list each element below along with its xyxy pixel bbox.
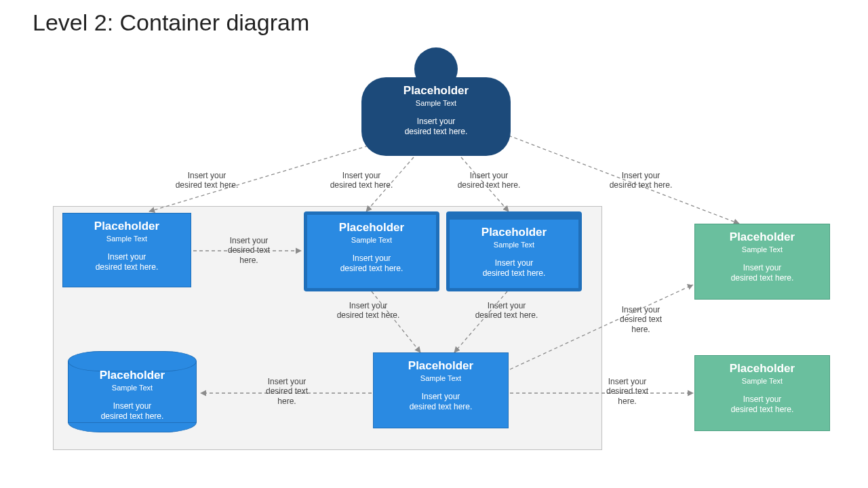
node-title: Placeholder: [703, 363, 821, 375]
node-subtitle: Sample Text: [361, 99, 511, 107]
external-system-1: Placeholder Sample Text Insert yourdesir…: [694, 224, 830, 300]
person-body: Placeholder Sample Text Insert yourdesir…: [361, 77, 511, 156]
container-web-app: Placeholder Sample Text Insert yourdesir…: [62, 213, 191, 287]
node-title: Placeholder: [76, 369, 189, 382]
node-subtitle: Sample Text: [703, 245, 821, 253]
node-subtitle: Sample Text: [71, 235, 182, 243]
edge-label: Insert yourdesired texthere.: [250, 377, 324, 406]
edge-label: Insert yourdesired text here.: [469, 301, 544, 321]
node-body: Insert yourdesired text here.: [703, 394, 821, 415]
node-title: Placeholder: [315, 222, 428, 235]
node-body: Insert yourdesired text here.: [315, 253, 428, 274]
node-subtitle: Sample Text: [382, 374, 500, 382]
edge-label: Insert yourdesired texthere.: [212, 236, 286, 265]
node-title: Placeholder: [71, 220, 182, 233]
node-title: Placeholder: [382, 360, 500, 373]
edge-label: Insert yourdesired texthere.: [590, 377, 665, 406]
node-body: Insert yourdesired text here.: [703, 263, 821, 283]
edge-label: Insert yourdesired texthere.: [604, 305, 678, 334]
node-body: Insert yourdesired text here.: [382, 392, 500, 412]
edge-label: Insert yourdesired text here.: [452, 171, 526, 190]
node-subtitle: Sample Text: [458, 241, 570, 249]
node-title: Placeholder: [458, 226, 570, 239]
external-system-2: Placeholder Sample Text Insert yourdesir…: [694, 355, 830, 431]
page-title: Level 2: Container diagram: [33, 9, 309, 36]
slide: Level 2: Container diagram: [0, 0, 868, 488]
container-database: Placeholder Sample Text Insert yourdesir…: [68, 351, 197, 432]
edge-label: Insert yourdesired text here.: [324, 171, 399, 190]
node-title: Placeholder: [361, 84, 511, 98]
container-spa: Placeholder Sample Text Insert yourdesir…: [304, 211, 439, 291]
node-body: Insert yourdesired text here.: [361, 117, 511, 137]
node-body: Insert yourdesired text here.: [71, 252, 182, 272]
container-mobile-app: Placeholder Sample Text Insert yourdesir…: [446, 211, 582, 291]
node-subtitle: Sample Text: [76, 384, 189, 392]
container-api: Placeholder Sample Text Insert yourdesir…: [373, 352, 509, 428]
node-body: Insert yourdesired text here.: [76, 401, 189, 422]
edge-label: Insert yourdesired text here.: [604, 171, 678, 190]
node-content: Placeholder Sample Text Insert yourdesir…: [68, 365, 197, 423]
node-subtitle: Sample Text: [315, 236, 428, 244]
edge-label: Insert yourdesired text here.: [331, 301, 406, 321]
actor-person: Placeholder Sample Text Insert yourdesir…: [361, 47, 511, 156]
node-body: Insert yourdesired text here.: [458, 258, 570, 279]
node-title: Placeholder: [703, 231, 821, 244]
node-subtitle: Sample Text: [703, 377, 821, 385]
edge-label: Insert yourdesired text here.: [170, 171, 244, 190]
